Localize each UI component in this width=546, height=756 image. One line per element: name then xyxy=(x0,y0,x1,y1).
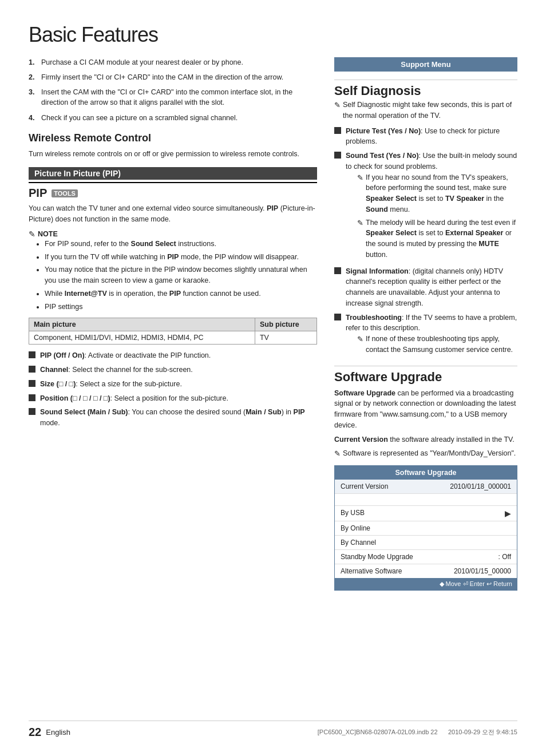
item-num-4: 4. xyxy=(29,113,41,123)
pip-table-row-1: Component, HDMI1/DVI, HDMI2, HDMI3, HDMI… xyxy=(29,331,317,345)
sw-value-current: 2010/01/18_000001 xyxy=(450,482,511,490)
pip-bullet-text-4: Position (□ / □ / □ / □): Select a posit… xyxy=(40,393,228,404)
sw-row-channel: By Channel xyxy=(335,536,517,550)
diag-item-signal: Signal Information: (digital channels on… xyxy=(334,266,517,309)
sw-value-alt: 2010/01/15_00000 xyxy=(454,567,511,575)
support-menu-bar: Support Menu xyxy=(334,57,517,72)
sound-subnote-text-2: The melody will be heard during the test… xyxy=(366,217,517,260)
pencil-icon: ✎ xyxy=(29,229,35,239)
sw-row-usb: By USB ▶ xyxy=(335,506,517,521)
page-number: 22 xyxy=(29,726,41,739)
bullet-square-1 xyxy=(29,351,35,358)
pip-bullet-2: Channel: Select the channel for the sub-… xyxy=(29,365,317,375)
intro-item-1: 1. Purchase a CI CAM module at your near… xyxy=(29,57,317,68)
pip-bullet-3: Size (□ / □): Select a size for the sub-… xyxy=(29,379,317,390)
sw-row-standby: Standby Mode Upgrade : Off xyxy=(335,550,517,564)
item-text-3: Insert the CAM with the "CI or CI+ CARD"… xyxy=(41,87,317,108)
software-box-footer: ◆ Move ⏎ Enter ↩ Return xyxy=(335,578,517,590)
sw-label-alt: Alternative Software xyxy=(341,567,402,575)
bullet-square-4 xyxy=(29,394,35,401)
software-desc-1: Software Upgrade can be performed via a … xyxy=(334,388,517,431)
software-note: ✎ Software is represented as "Year/Month… xyxy=(334,448,517,460)
item-text-4: Check if you can see a picture on a scra… xyxy=(41,113,238,123)
sw-row-alt: Alternative Software 2010/01/15_00000 xyxy=(335,564,517,578)
wrc-title: Wireless Remote Control xyxy=(29,132,317,144)
print-ref-right: 2010-09-29 오전 9:48:15 xyxy=(448,729,517,735)
software-desc-2: Current Version the software already ins… xyxy=(334,434,517,445)
wrc-section: Wireless Remote Control Turn wireless re… xyxy=(29,132,317,160)
print-ref-left: [PC6500_XC]BN68-02807A-02L09.indb 22 xyxy=(318,729,438,735)
sw-row-online: By Online xyxy=(335,521,517,536)
pip-note-4: While Internet@TV is in operation, the P… xyxy=(45,288,317,299)
diag-sq-1 xyxy=(334,127,341,134)
page-language: English xyxy=(46,728,70,737)
software-box-header: Software Upgrade xyxy=(335,466,517,480)
pip-table: Main picture Sub picture Component, HDMI… xyxy=(29,318,317,345)
sw-label-current: Current Version xyxy=(341,482,388,490)
self-diagnosis-intro-text: Self Diagnostic might take few seconds, … xyxy=(343,100,517,121)
sound-subnote-2: ✎ The melody will be heard during the te… xyxy=(357,217,517,260)
software-note-text: Software is represented as "Year/Month/D… xyxy=(343,448,516,460)
diag-item-sound: Sound Test (Yes / No): Use the built-in … xyxy=(334,151,517,263)
pip-note-5: PIP settings xyxy=(45,302,317,312)
note-text: NOTE xyxy=(38,230,58,238)
pip-bullet-text-5: Sound Select (Main / Sub): You can choos… xyxy=(40,407,317,429)
intro-item-3: 3. Insert the CAM with the "CI or CI+ CA… xyxy=(29,87,317,108)
pip-bullet-text-2: Channel: Select the channel for the sub-… xyxy=(40,365,193,375)
sw-label-channel: By Channel xyxy=(341,539,376,547)
pencil-sound-1: ✎ xyxy=(357,172,363,184)
self-diagnosis-title: Self Diagnosis xyxy=(334,80,517,98)
pip-note-3: You may notice that the picture in the P… xyxy=(45,264,317,286)
intro-list: 1. Purchase a CI CAM module at your near… xyxy=(29,57,317,123)
sw-label-online: By Online xyxy=(341,524,370,532)
pip-note-bullets: For PIP sound, refer to the Sound Select… xyxy=(29,239,317,312)
pip-section: PIP TOOLS You can watch the TV tuner and… xyxy=(29,182,317,429)
pip-note-section: ✎ NOTE For PIP sound, refer to the Sound… xyxy=(29,229,317,312)
pip-note-label: ✎ NOTE xyxy=(29,229,317,239)
pencil-icon-diag: ✎ xyxy=(334,100,341,121)
sound-subnote-text-1: If you hear no sound from the TV's speak… xyxy=(366,172,517,215)
diag-text-4: Troubleshooting: If the TV seems to have… xyxy=(346,314,517,333)
pip-table-header-main: Main picture xyxy=(29,318,255,331)
pip-title: PIP TOOLS xyxy=(29,187,317,200)
pip-tools-badge: TOOLS xyxy=(52,189,78,197)
bullet-square-2 xyxy=(29,366,35,373)
diag-sq-4 xyxy=(334,314,341,320)
arrow-icon: ▶ xyxy=(505,509,511,518)
diag-troubleshoot-content: Troubleshooting: If the TV seems to have… xyxy=(346,312,517,358)
pip-title-text: PIP xyxy=(29,187,47,200)
pip-bullet-4: Position (□ / □ / □ / □): Select a posit… xyxy=(29,393,317,404)
diag-sq-3 xyxy=(334,267,341,274)
pip-section-label: Picture In Picture (PIP) xyxy=(29,167,317,180)
diag-sq-2 xyxy=(334,152,341,159)
pip-bullet-text-3: Size (□ / □): Select a size for the sub-… xyxy=(40,379,182,390)
bullet-square-3 xyxy=(29,380,35,387)
pencil-trouble-1: ✎ xyxy=(357,334,363,345)
pip-table-cell-sub: TV xyxy=(255,331,316,345)
pip-note-1: For PIP sound, refer to the Sound Select… xyxy=(45,239,317,250)
pip-desc: You can watch the TV tuner and one exter… xyxy=(29,203,317,225)
item-text-2: Firmly insert the "CI or CI+ CARD" into … xyxy=(41,72,283,82)
self-diagnosis-list: Picture Test (Yes / No): Use to check fo… xyxy=(334,126,517,358)
item-num-2: 2. xyxy=(29,72,41,82)
software-box-body: Current Version 2010/01/18_000001 By USB… xyxy=(335,480,517,578)
sw-row-current: Current Version 2010/01/18_000001 xyxy=(335,480,517,494)
software-upgrade-title: Software Upgrade xyxy=(334,366,517,385)
item-num-1: 1. xyxy=(29,57,41,68)
pencil-sound-2: ✎ xyxy=(357,217,363,229)
diag-item-troubleshoot: Troubleshooting: If the TV seems to have… xyxy=(334,312,517,358)
intro-item-4: 4. Check if you can see a picture on a s… xyxy=(29,113,317,123)
sw-label-standby: Standby Mode Upgrade xyxy=(341,553,413,561)
troubleshoot-subnote-1: ✎ If none of these troubleshooting tips … xyxy=(357,334,517,355)
page-title: Basic Features xyxy=(29,23,517,47)
pip-table-header-sub: Sub picture xyxy=(255,318,316,331)
pencil-sw: ✎ xyxy=(334,448,341,460)
pip-bullet-text-1: PIP (Off / On): Activate or deactivate t… xyxy=(40,350,211,361)
pip-bullet-5: Sound Select (Main / Sub): You can choos… xyxy=(29,407,317,429)
sw-row-spacer xyxy=(335,494,517,506)
software-upgrade-box: Software Upgrade Current Version 2010/01… xyxy=(334,465,517,591)
pip-bullet-list: PIP (Off / On): Activate or deactivate t… xyxy=(29,350,317,429)
sw-value-standby: : Off xyxy=(498,553,511,561)
diag-text-3: Signal Information: (digital channels on… xyxy=(346,266,517,309)
footer-bar: 22 English [PC6500_XC]BN68-02807A-02L09.… xyxy=(29,721,517,739)
